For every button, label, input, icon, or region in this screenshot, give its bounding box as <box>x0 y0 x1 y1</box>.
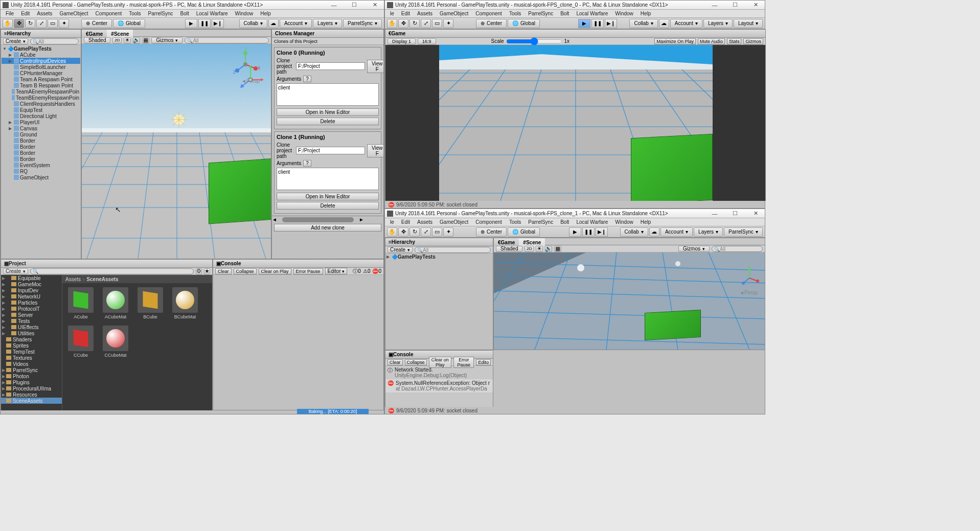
menu-file[interactable]: le <box>387 219 397 225</box>
add-clone-button[interactable]: Add new clone <box>274 224 381 232</box>
play-button[interactable]: ▶ <box>578 19 590 28</box>
rotate-tool[interactable]: ↻ <box>25 19 35 28</box>
layers-button[interactable]: Layers ▾ <box>703 19 733 28</box>
game-tab[interactable]: € Game <box>385 30 765 38</box>
project-folder-parrelsync[interactable]: ▶ParrelSync <box>1 367 62 373</box>
console-clearplay[interactable]: Clear on Play <box>259 268 291 274</box>
menu-gameobject[interactable]: GameObject <box>437 219 471 225</box>
menu-window[interactable]: Window <box>232 10 257 17</box>
console-collapse[interactable]: Collapse <box>405 359 427 365</box>
clone1-scene-root[interactable]: ▶🔷 GamePlayTests <box>385 253 493 260</box>
hierarchy-item-19[interactable]: RQ <box>2 168 80 174</box>
asset-ccube[interactable]: CCube <box>66 326 95 358</box>
console-clear[interactable]: Clear <box>215 268 232 274</box>
hierarchy-item-7[interactable]: TeamBEnemyRespawnPoin <box>2 95 80 101</box>
menu-window[interactable]: Window <box>612 219 636 225</box>
clone1-hierarchy-tab[interactable]: ≡ Hierarchy <box>385 238 493 246</box>
hierarchy-item-0[interactable]: ▶ACube <box>2 52 80 58</box>
menu-edit[interactable]: Edit <box>18 10 33 17</box>
project-search[interactable]: 🔍 <box>30 268 194 274</box>
hierarchy-item-3[interactable]: CPHunterManager <box>2 70 80 76</box>
space-button[interactable]: 🌐 Global <box>508 227 540 237</box>
scale-slider[interactable] <box>506 39 562 44</box>
display-dropdown[interactable]: Display 1 <box>388 38 416 44</box>
cloud-button[interactable]: ☁ <box>649 227 659 237</box>
menu-gameobject[interactable]: GameObject <box>437 10 471 17</box>
minimize-button[interactable]: — <box>708 1 722 9</box>
step-button[interactable]: ▶❙ <box>605 19 617 28</box>
move-tool[interactable]: ✥ <box>14 19 24 28</box>
stats-button[interactable]: Stats <box>727 38 742 44</box>
hierarchy-item-8[interactable]: ClientRequestsHandlers <box>2 101 80 107</box>
console-editor[interactable]: Edito <box>476 359 491 365</box>
2d-toggle[interactable]: 2D <box>112 37 122 43</box>
hierarchy-item-11[interactable]: ▶PlayerUI <box>2 119 80 125</box>
create-button[interactable]: Create ▾ <box>3 38 28 44</box>
2d-toggle[interactable]: 2D <box>525 246 534 252</box>
hierarchy-item-12[interactable]: ▶Canvas <box>2 125 80 131</box>
project-folder-server[interactable]: ▶Server <box>1 312 62 318</box>
pause-button[interactable]: ❚❚ <box>582 227 595 237</box>
menu-bolt[interactable]: Bolt <box>557 10 572 17</box>
menu-parrelsync[interactable]: ParrelSync <box>525 219 556 225</box>
asset-acubemat[interactable]: ACubeMat <box>101 287 130 319</box>
rotate-tool[interactable]: ↻ <box>409 227 420 237</box>
fx-toggle[interactable]: ▦ <box>142 37 149 43</box>
collab-button[interactable]: Collab ▾ <box>629 19 657 28</box>
asset-bcubemat[interactable]: BCubeMat <box>171 287 199 319</box>
gizmos-dropdown[interactable]: Gizmos ▾ <box>151 37 183 43</box>
project-folder-particles[interactable]: ▶Particles <box>1 299 62 306</box>
project-folder-shaders[interactable]: Shaders <box>1 336 62 342</box>
game-tab[interactable]: € Game <box>494 238 519 246</box>
maximize-button[interactable]: ☐ <box>728 1 742 9</box>
collab-button[interactable]: Collab ▾ <box>239 19 267 28</box>
minimize-button[interactable]: — <box>327 1 341 9</box>
parrelsync-button[interactable]: ParrelSync ▾ <box>724 227 763 237</box>
menu-window[interactable]: Window <box>612 10 636 17</box>
menu-gameobject[interactable]: GameObject <box>56 10 91 17</box>
console-tab[interactable]: ▣ Console <box>213 260 383 268</box>
step-button[interactable]: ▶❙ <box>212 19 224 28</box>
hierarchy-tab[interactable]: ≡ Hierarchy <box>1 30 81 38</box>
menu-file[interactable]: File <box>3 10 17 17</box>
project-folder-proceduraluiima[interactable]: ▶ProceduralUIIma <box>1 385 62 391</box>
menu-help[interactable]: Help <box>257 10 274 17</box>
layers-button[interactable]: Layers ▾ <box>313 19 342 28</box>
clone0-view-button[interactable]: View F <box>367 60 383 73</box>
clone1-hier-search[interactable]: 🔍All <box>415 247 491 253</box>
breadcrumb-sceneassets[interactable]: SceneAssets <box>86 276 118 282</box>
menu-localwarfare[interactable]: Local Warfare <box>193 10 231 17</box>
space-button[interactable]: 🌐 Global <box>113 19 145 28</box>
maximize-button[interactable]: ☐ <box>728 210 742 218</box>
clone0-args-input[interactable]: client <box>277 83 379 106</box>
mute-audio[interactable]: Mute Audio <box>698 38 725 44</box>
rotate-tool[interactable]: ↻ <box>409 19 420 28</box>
menu-file[interactable]: le <box>387 10 397 17</box>
project-folder-plugins[interactable]: ▶Plugins <box>1 379 62 385</box>
account-button[interactable]: Account ▾ <box>660 227 693 237</box>
menu-component[interactable]: Component <box>472 10 505 17</box>
scene-search[interactable]: 🔍All <box>712 246 763 252</box>
project-star-button[interactable]: ★ <box>204 268 210 274</box>
aspect-dropdown[interactable]: 16:9 <box>418 38 436 44</box>
rect-tool[interactable]: ▭ <box>432 19 442 28</box>
menu-assets[interactable]: Assets <box>414 10 436 17</box>
project-folder-temptest[interactable]: TempTest <box>1 349 62 355</box>
maximize-play[interactable]: Maximize On Play <box>654 38 696 44</box>
menu-edit[interactable]: Edit <box>398 219 413 225</box>
console-clear[interactable]: Clear <box>388 359 403 365</box>
menu-edit[interactable]: Edit <box>398 10 413 17</box>
scale-tool[interactable]: ⤢ <box>421 19 431 28</box>
breadcrumb-assets[interactable]: Assets <box>65 276 81 282</box>
project-folder-protocolt[interactable]: ▶ProtocolT <box>1 306 62 312</box>
hand-tool[interactable]: ✋ <box>3 19 13 28</box>
pivot-button[interactable]: ⊕ Center <box>476 19 507 28</box>
project-folder-sprites[interactable]: Sprites <box>1 342 62 349</box>
clone0-path-input[interactable] <box>296 62 365 70</box>
layers-button[interactable]: Layers ▾ <box>694 227 723 237</box>
project-folder-utilities[interactable]: ▶Utilities <box>1 330 62 336</box>
move-tool[interactable]: ✥ <box>398 19 408 28</box>
hierarchy-item-10[interactable]: Directional Light <box>2 113 80 119</box>
project-folder-gamemoc[interactable]: ▶GameMoc <box>1 281 62 287</box>
shading-dropdown[interactable]: Shaded <box>496 246 522 252</box>
